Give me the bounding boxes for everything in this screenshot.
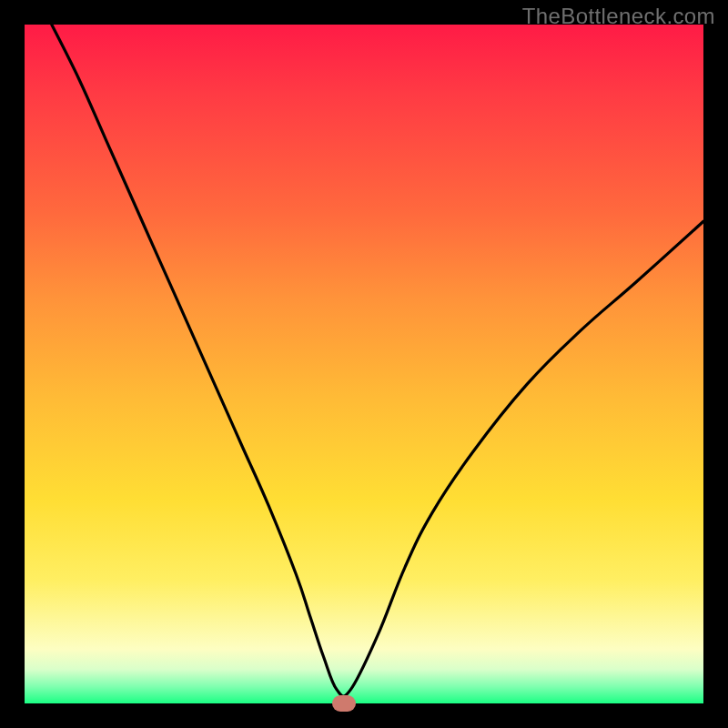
plot-area xyxy=(25,25,703,703)
optimum-marker xyxy=(332,695,356,712)
curve-path xyxy=(52,25,703,696)
bottleneck-curve xyxy=(25,25,703,703)
watermark-text: TheBottleneck.com xyxy=(522,4,715,29)
chart-frame: TheBottleneck.com xyxy=(0,0,728,728)
